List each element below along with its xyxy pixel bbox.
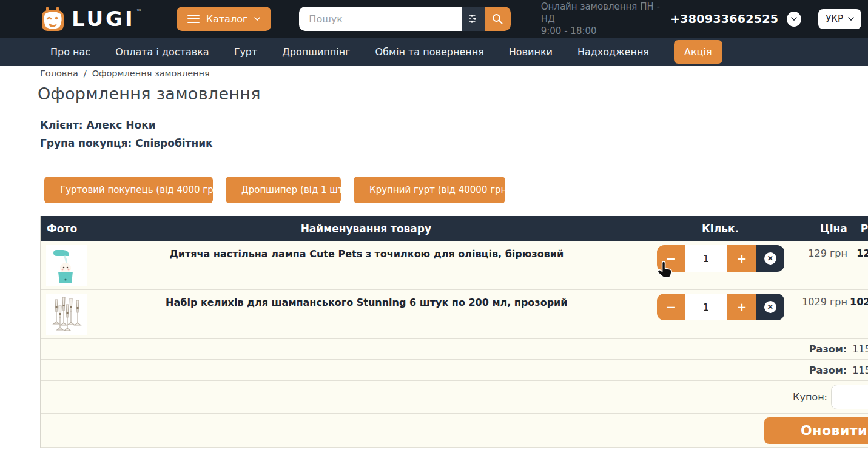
qty-increase-button[interactable]: + — [727, 245, 756, 272]
nav-item-dropshipping[interactable]: Дропшиппінг — [282, 46, 350, 58]
page-title: Оформлення замовлення — [38, 84, 261, 103]
product-photo-cell — [41, 241, 87, 289]
column-photo: Фото — [41, 223, 86, 235]
total-value: 1158 грн — [852, 365, 868, 376]
cart-item-row: Дитяча настільна лампа Cute Pets з точил… — [41, 241, 868, 290]
search-submit-button[interactable] — [485, 7, 511, 31]
checkout-page: LUGI ™ Каталог — [0, 0, 868, 455]
working-hours-line1: Онлайн замовлення ПН - НД — [541, 1, 670, 25]
nav-item-new[interactable]: Новинки — [509, 46, 553, 58]
language-label: УКР — [826, 13, 843, 24]
hamburger-icon — [187, 15, 200, 23]
nav-item-arrivals[interactable]: Надходження — [577, 46, 649, 58]
column-price: Ціна — [795, 223, 847, 235]
breadcrumb-current: Оформлення замовлення — [92, 69, 210, 78]
update-row: Оновити — [41, 414, 868, 448]
qty-decrease-button[interactable]: − — [657, 245, 685, 272]
wholesale-buyer-button[interactable]: Гуртовий покупець (від 4000 грн) — [44, 177, 213, 203]
nav-item-returns[interactable]: Обмін та повернення — [375, 46, 484, 58]
coupon-input[interactable] — [831, 385, 868, 410]
sliders-icon — [468, 13, 479, 24]
total-label: Разом: — [809, 365, 847, 376]
dropshipper-button[interactable]: Дропшипер (від 1 шт) — [226, 177, 341, 203]
breadcrumb: Головна / Оформлення замовлення — [40, 69, 210, 78]
chevron-down-icon — [848, 16, 854, 22]
quantity-cell: − + ✕ — [647, 241, 795, 289]
product-photo-glasses[interactable] — [46, 294, 87, 335]
working-hours: Онлайн замовлення ПН - НД 9:00 - 18:00 — [541, 1, 670, 37]
catalog-button[interactable]: Каталог — [177, 7, 272, 31]
item-total: 1029 грн — [847, 290, 868, 338]
update-cart-button[interactable]: Оновити — [764, 417, 868, 444]
customer-name: Клієнт: Алекс Ноки — [40, 119, 156, 131]
column-total: Разом — [847, 223, 868, 235]
search-filter-button[interactable] — [462, 7, 485, 31]
qty-increase-button[interactable]: + — [727, 294, 756, 320]
logo-text: LUGI — [72, 5, 135, 33]
qty-input[interactable] — [685, 294, 727, 320]
phone-dropdown-button[interactable] — [787, 12, 801, 27]
language-selector[interactable]: УКР — [818, 9, 861, 29]
column-name: Найменування товару — [86, 223, 647, 235]
glasses-image — [50, 296, 83, 332]
breadcrumb-separator: / — [84, 69, 87, 78]
customer-group: Група покупця: Співробітник — [40, 137, 213, 149]
cart-table: Фото Найменування товару Кільк. Ціна Раз… — [40, 216, 868, 448]
search-icon — [491, 13, 503, 25]
catalog-button-label: Каталог — [206, 13, 248, 25]
cart-total-row: Разом: 1158 грн — [41, 360, 868, 381]
chevron-down-icon — [254, 16, 260, 22]
logo-trademark: ™ — [136, 8, 142, 15]
nav-item-wholesale[interactable]: Гурт — [234, 46, 258, 58]
large-wholesale-button[interactable]: Крупний гурт (від 40000 грн) — [354, 177, 505, 203]
item-price: 1029 грн — [795, 290, 847, 338]
item-total: 129 грн — [847, 241, 868, 289]
remove-item-button[interactable]: ✕ — [756, 245, 784, 272]
item-price: 129 грн — [795, 241, 847, 289]
coupon-label: Купон: — [793, 391, 827, 403]
product-photo-cell — [41, 290, 87, 338]
remove-icon: ✕ — [764, 252, 776, 265]
working-hours-line2: 9:00 - 18:00 — [541, 25, 670, 37]
top-header: LUGI ™ Каталог — [0, 0, 868, 38]
coupon-row: Купон: — [41, 381, 868, 414]
product-name[interactable]: Дитяча настільна лампа Cute Pets з точил… — [87, 241, 647, 289]
product-photo-lamp[interactable] — [46, 245, 87, 286]
quantity-cell: − + ✕ — [647, 290, 795, 338]
column-qty: Кільк. — [646, 223, 795, 235]
lugi-mascot-icon — [39, 5, 67, 33]
chevron-down-icon — [791, 16, 797, 22]
search-bar — [299, 7, 510, 31]
nav-item-about[interactable]: Про нас — [50, 46, 90, 58]
quantity-stepper: − + ✕ — [657, 245, 784, 272]
remove-item-button[interactable]: ✕ — [756, 294, 784, 320]
remove-icon: ✕ — [764, 301, 776, 313]
total-value: 1158 грн — [852, 343, 868, 355]
qty-decrease-button[interactable]: − — [657, 294, 685, 320]
qty-input[interactable] — [685, 245, 727, 272]
product-name[interactable]: Набір келихів для шампанського Stunning … — [87, 290, 647, 338]
cart-item-row: Набір келихів для шампанського Stunning … — [41, 290, 868, 339]
total-label: Разом: — [809, 343, 847, 355]
breadcrumb-home[interactable]: Головна — [40, 69, 78, 78]
main-nav: Про нас Оплата і доставка Гурт Дропшиппі… — [0, 38, 868, 66]
cart-total-row: Разом: 1158 грн — [41, 339, 868, 360]
nav-item-payment-delivery[interactable]: Оплата і доставка — [115, 46, 209, 58]
phone-number[interactable]: +380933662525 — [670, 12, 778, 25]
quantity-stepper: − + ✕ — [657, 294, 784, 320]
buyer-group-buttons: Гуртовий покупець (від 4000 грн) Дропшип… — [44, 177, 505, 203]
nav-item-promo[interactable]: Акція — [674, 40, 722, 64]
lamp-image — [51, 248, 82, 284]
logo[interactable]: LUGI ™ — [39, 5, 142, 33]
cart-table-header: Фото Найменування товару Кільк. Ціна Раз… — [41, 216, 868, 241]
search-input[interactable] — [299, 7, 462, 31]
